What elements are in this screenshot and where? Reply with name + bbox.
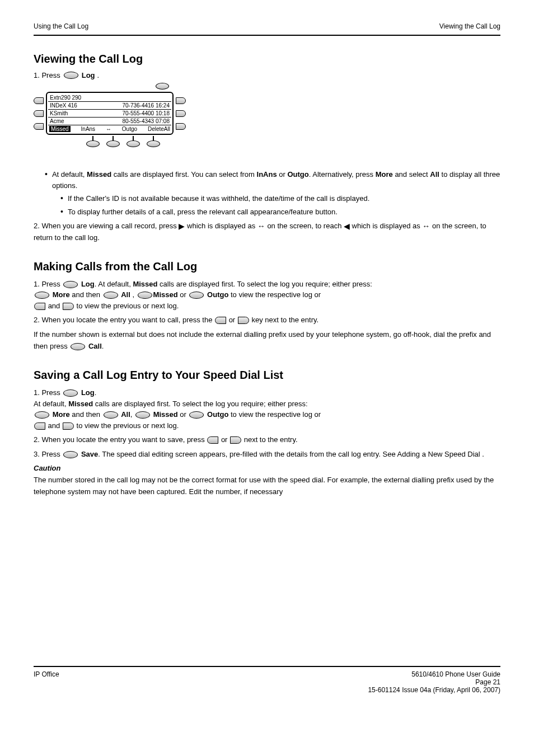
left-arrow-icon: ◀ [344, 220, 350, 232]
oval-button-icon [71, 343, 85, 350]
sec3-step1: 1. Press Log. At default, Missed calls a… [34, 387, 500, 431]
half-oval-left-icon [34, 303, 45, 310]
row-name: INDeX 416 [50, 102, 77, 109]
row-num: 80-555-4343 07:08 [122, 118, 170, 124]
s2s1btn: Log [81, 280, 95, 288]
screen-title: Extn290 290 [50, 95, 81, 101]
s3s1c: At default, [34, 400, 68, 408]
nested2-text: To display further details of a call, pr… [68, 206, 338, 218]
nested-1: • If the Caller's ID is not available be… [60, 193, 500, 204]
side-key-right [176, 97, 186, 104]
s2s1f: and then [72, 290, 102, 299]
double-arrow-icon: ↔ [257, 220, 265, 232]
b1i: and select [393, 170, 430, 179]
s3s1f: More [53, 410, 72, 419]
section-title-making: Making Calls from the Call Log [34, 260, 500, 273]
s2d: which is displayed as [352, 222, 423, 230]
s3s2a: 2. When you locate the entry you want to… [34, 435, 207, 444]
half-oval-left-icon [215, 317, 226, 324]
header-left: Using the Call Log [34, 22, 88, 30]
nested1-text: If the Caller's ID is not available beca… [68, 193, 369, 204]
step1-pre: 1. Press [34, 71, 60, 79]
b1c: calls are displayed first. You can selec… [111, 170, 256, 179]
s3s3btn: Save [81, 450, 98, 458]
s2a: 2. When you are viewing a call record, p… [34, 222, 179, 230]
row-num: 70-736-4416 16:24 [122, 102, 170, 109]
s3s1n: and [46, 421, 62, 430]
s2b: which is displayed as [187, 222, 257, 230]
double-arrow-icon: ↔ [422, 220, 430, 232]
s2s1j: or [180, 290, 188, 299]
half-oval-left-icon [34, 422, 45, 430]
s3s3a: 3. Press [34, 450, 62, 458]
s3s2b: or [219, 435, 229, 444]
oval-button-icon [63, 281, 78, 288]
b1j: All [430, 170, 439, 179]
oval-button-icon [189, 411, 204, 419]
oval-button-icon [64, 72, 78, 79]
softkey-inans: InAns [81, 126, 96, 132]
b1e: or [277, 170, 288, 179]
s2note: If the number shown is external but does… [34, 330, 491, 350]
row-num: 70-555-4400 10:18 [122, 110, 170, 116]
oval-button-icon [35, 411, 49, 419]
b1g: . Alternatively, press [309, 170, 376, 179]
s2s2a: 2. When you locate the entry you want to… [34, 316, 214, 324]
half-oval-right-icon [238, 317, 249, 324]
footer-left: IP Office [34, 670, 59, 694]
b1d: InAns [257, 170, 277, 179]
s3s1b: . [95, 388, 97, 397]
b1h: More [376, 170, 393, 179]
s3s1a: 1. Press [34, 388, 62, 397]
phone-screen: Extn290 290 INDeX 41670-736-4416 16:24 K… [46, 92, 174, 135]
s3s1j: Missed [153, 410, 180, 419]
b1b: Missed [87, 170, 111, 179]
nested-2: • To display further details of a call, … [60, 206, 500, 218]
footer-right1: 5610/4610 Phone User Guide [411, 670, 500, 678]
s2s1l: to view the respective log or [231, 290, 321, 299]
oval-button-icon [138, 292, 152, 299]
s2s1h: , [132, 290, 136, 299]
caution-text: The number stored in the call log may no… [34, 476, 494, 496]
s2s1m: and [48, 302, 60, 310]
softkey-outgo: Outgo [122, 126, 137, 132]
side-key-left [34, 97, 44, 104]
s2s1n: to view the previous or next log. [74, 302, 179, 310]
bullet-default: • At default, Missed calls are displayed… [45, 169, 500, 191]
sec2-step1: 1. Press Log. At default, Missed calls a… [34, 279, 500, 312]
half-oval-right-icon [63, 303, 74, 310]
oval-button-icon [189, 292, 204, 299]
phone-diagram: Extn290 290 INDeX 41670-736-4416 16:24 K… [34, 83, 213, 147]
s2s1g: All [121, 290, 132, 299]
s2s2c: key next to the entry. [250, 316, 318, 324]
b1f: Outgo [287, 170, 308, 179]
s2s1d: calls are displayed first. To select the… [157, 280, 372, 288]
s3s1btn: Log [81, 388, 95, 397]
s3s1d: Missed [68, 400, 93, 408]
s2s1a: 1. Press [34, 280, 62, 288]
s3s1k: or [180, 410, 188, 419]
oval-button-icon [135, 411, 150, 419]
row-name: Acme [50, 118, 64, 124]
section-title-saving: Saving a Call Log Entry to Your Speed Di… [34, 369, 500, 382]
header-right: Viewing the Call Log [439, 22, 500, 30]
s3s1g: and then [72, 410, 102, 419]
row-name: KSmith [50, 110, 68, 116]
s3s1e: calls are displayed first. To select the… [93, 400, 307, 408]
half-oval-right-icon [230, 436, 241, 444]
half-oval-left-icon [207, 436, 218, 444]
step-2-row: 2. When you are viewing a call record, p… [34, 220, 500, 243]
footer-right2: Page 21 [475, 678, 500, 686]
softkey-missed: Missed [49, 126, 71, 132]
s3s2c: next to the entry. [242, 435, 297, 444]
log-button-label: Log [82, 71, 95, 79]
side-key-right [176, 123, 186, 130]
sec3-step2: 2. When you locate the entry you want to… [34, 434, 500, 445]
oval-button-icon [104, 292, 118, 299]
half-oval-right-icon [63, 422, 74, 430]
footer: IP Office 5610/4610 Phone User Guide Pag… [34, 670, 500, 694]
oval-button-icon [104, 411, 118, 419]
s2c: on the screen, to reach [267, 222, 344, 230]
oval-button-icon [35, 292, 49, 299]
right-arrow-icon: ▶ [179, 220, 185, 232]
